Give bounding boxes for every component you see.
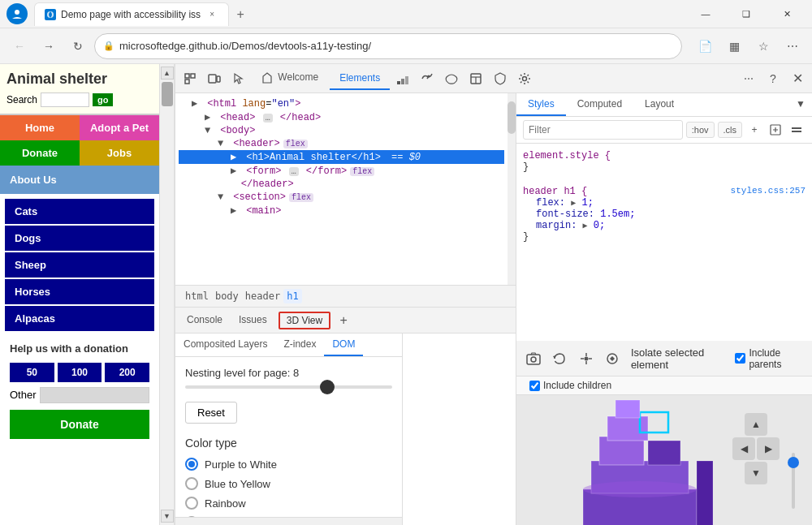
tab-computed[interactable]: Computed [566,93,633,116]
tab-styles[interactable]: Styles [516,93,566,116]
cats-button[interactable]: Cats [5,199,154,224]
close-button[interactable]: ✕ [768,0,806,28]
horses-button[interactable]: Horses [5,279,154,304]
tab-layout[interactable]: Layout [633,93,685,116]
scroll-down-arrow[interactable]: ▼ [161,510,174,523]
include-children-check[interactable] [529,381,540,391]
vertical-slider-track[interactable] [792,453,795,509]
tree-scrollbar[interactable] [508,93,516,285]
tree-h1-selected[interactable]: ▶ <h1>Animal shelter</h1> == $0 [179,150,504,164]
scroll-thumb[interactable] [162,82,173,106]
inspect-element-tool[interactable] [179,67,201,90]
tree-form[interactable]: ▶ <form> … </form>flex [179,164,504,178]
amount-100[interactable]: 100 [58,363,102,382]
amount-200[interactable]: 200 [105,363,149,382]
active-tab[interactable]: Demo page with accessibility iss × [34,2,229,26]
nav-about[interactable]: About Us [0,166,159,194]
new-tab-button[interactable]: + [229,3,252,26]
tab-close-button[interactable]: × [205,8,218,21]
other-amount-input[interactable] [40,387,149,403]
include-children-checkbox[interactable]: Include children [529,380,611,391]
nav-up-button[interactable]: ▲ [745,413,767,436]
margin-expand-arrow[interactable]: ▶ [583,222,588,230]
radio-rainbow[interactable] [185,497,198,510]
reset-view-button[interactable] [549,346,570,371]
styles-settings-button[interactable] [788,121,806,139]
cursor-tool[interactable] [227,67,250,90]
subtab-dom[interactable]: DOM [324,334,363,356]
breadcrumb-h1[interactable]: h1 [283,289,301,303]
nav-jobs[interactable]: Jobs [80,140,159,166]
color-purple-white[interactable]: Purple to White [185,458,392,471]
flex-expand-arrow[interactable]: ▶ [571,199,576,208]
color-rainbow[interactable]: Rainbow [185,497,392,510]
class-toggle-button[interactable]: .cls [718,122,743,138]
subtab-composited-layers[interactable]: Composited Layers [175,334,275,356]
scroll-up-arrow[interactable]: ▲ [161,67,174,80]
breadcrumb-body[interactable]: body [212,289,242,303]
sheep-button[interactable]: Sheep [5,252,154,278]
tree-header[interactable]: ▼ <header>flex [179,137,504,150]
include-parents-check[interactable] [735,353,745,364]
nav-left-button[interactable]: ◀ [732,437,755,460]
memory-tool[interactable] [440,67,463,90]
tab-elements[interactable]: Elements [330,67,390,90]
security-tool[interactable] [489,67,512,90]
performance-tool[interactable] [416,67,438,90]
network-tool[interactable] [391,67,414,90]
webpage-scrollbar[interactable]: ▲ ▼ [159,64,174,525]
nav-adopt[interactable]: Adopt a Pet [80,115,159,140]
vertical-slider-thumb[interactable] [788,457,799,468]
address-bar-input[interactable]: 🔒 microsoftedge.github.io/Demos/devtools… [94,33,682,59]
dogs-button[interactable]: Dogs [5,226,154,251]
tree-section[interactable]: ▼ <section>flex [179,191,504,204]
style-source-link[interactable]: styles.css:257 [731,186,806,197]
back-button[interactable]: ← [6,33,32,59]
styles-filter-input[interactable] [523,120,683,140]
reset-button[interactable]: Reset [185,402,237,424]
tree-html[interactable]: ▶ <html lang="en"> [179,97,504,110]
maximize-button[interactable]: ❑ [728,0,765,28]
radio-purple-white[interactable] [185,458,198,471]
tab-welcome[interactable]: Welcome [252,67,328,90]
subtab-z-index[interactable]: Z-index [275,334,324,356]
radio-blue-yellow[interactable] [185,477,198,490]
search-button[interactable]: go [93,93,113,106]
nesting-slider[interactable] [185,385,392,389]
tab-console[interactable]: Console [179,309,231,332]
color-blue-yellow[interactable]: Blue to Yellow [185,477,392,490]
nav-donate[interactable]: Donate [0,140,80,166]
alpacas-button[interactable]: Alpacas [5,306,154,331]
minimize-button[interactable]: — [687,0,724,28]
amount-50[interactable]: 50 [10,363,54,382]
profile-icon[interactable] [6,3,28,24]
tree-header-close[interactable]: </header> [179,178,504,191]
breadcrumb-header[interactable]: header [242,289,283,303]
refresh-button[interactable]: ↻ [65,33,91,59]
tree-main[interactable]: ▶ <main> [179,204,504,217]
tab-issues[interactable]: Issues [231,309,275,332]
tab-3d-view[interactable]: 3D View [279,312,330,329]
device-emulation-tool[interactable] [203,67,226,90]
isolate-button[interactable] [602,346,623,371]
nav-down-button[interactable]: ▼ [745,462,767,484]
split-screen-button[interactable]: ▦ [721,33,747,59]
screenshot-button[interactable] [523,346,544,371]
more-button[interactable]: ⋯ [780,33,806,59]
styles-tab-more[interactable]: ▼ [789,93,812,116]
3d-vertical-slider[interactable] [791,453,796,509]
tree-body[interactable]: ▼ <body> [179,124,504,137]
nav-home[interactable]: Home [0,115,80,140]
forward-button[interactable]: → [36,33,62,59]
pan-tool[interactable] [575,346,596,371]
new-style-rule-button[interactable] [767,121,784,139]
devtools-help-button[interactable]: ? [762,67,784,90]
application-tool[interactable] [464,67,487,90]
devtools-more-button[interactable]: ⋯ [737,73,760,84]
devtools-close-button[interactable]: ✕ [786,67,809,90]
search-input[interactable] [41,93,89,107]
include-parents-checkbox[interactable]: Include parents [735,347,806,370]
breadcrumb-html[interactable]: html [182,289,212,303]
add-panel-button[interactable]: + [334,311,353,330]
reader-view-button[interactable]: 📄 [692,33,718,59]
